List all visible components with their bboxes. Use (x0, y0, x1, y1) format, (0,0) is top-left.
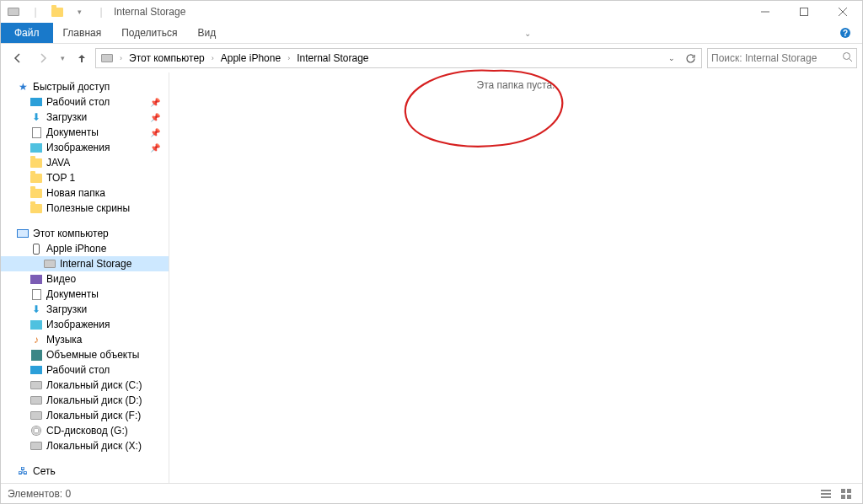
close-button[interactable] (823, 1, 862, 23)
disc-icon (29, 424, 43, 437)
nav-forward-button[interactable] (31, 47, 55, 69)
tree-label: Сеть (33, 465, 56, 477)
chevron-right-icon[interactable]: › (118, 54, 124, 62)
tree-label: CD-дисковод (G:) (46, 425, 128, 437)
maximize-button[interactable] (785, 1, 823, 23)
drive-icon (29, 378, 43, 392)
ribbon: Файл Главная Поделиться Вид ⌄ ? (1, 23, 862, 44)
empty-folder-message: Эта папка пуста. (169, 72, 862, 91)
breadcrumb-root-icon[interactable] (98, 54, 116, 62)
address-dropdown-icon[interactable]: ⌄ (662, 49, 681, 67)
tree-label: Новая папка (46, 187, 105, 199)
tree-item-downloads[interactable]: ⬇Загрузки📌 (1, 110, 169, 125)
tree-item-downloads[interactable]: ⬇Загрузки (1, 302, 169, 317)
tree-item-folder[interactable]: TOP 1 (1, 170, 169, 185)
tree-item-folder[interactable]: JAVA (1, 155, 169, 170)
minimize-button[interactable] (746, 1, 785, 23)
drive-icon (29, 409, 43, 422)
tree-label: Этот компьютер (33, 228, 109, 239)
view-details-button[interactable] (817, 485, 835, 502)
chevron-right-icon[interactable]: › (286, 54, 292, 62)
tree-this-pc[interactable]: Этот компьютер (1, 226, 169, 241)
tree-item-pictures[interactable]: Изображения (1, 317, 169, 332)
ribbon-tab-file[interactable]: Файл (1, 23, 53, 43)
tree-item-internal-storage[interactable]: Internal Storage (1, 256, 169, 271)
tree-label: Internal Storage (60, 258, 131, 270)
tree-label: Загрузки (46, 303, 87, 315)
tree-item-iphone[interactable]: Apple iPhone (1, 241, 169, 256)
search-box[interactable] (707, 48, 857, 68)
tree-item-folder[interactable]: Новая папка (1, 185, 169, 201)
ribbon-tab-share[interactable]: Поделиться (111, 23, 187, 43)
tree-label: Изображения (46, 319, 110, 330)
tree-label: Изображения (46, 142, 110, 153)
tree-item-3dobjects[interactable]: Объемные объекты (1, 347, 169, 362)
search-input[interactable] (711, 52, 842, 64)
tree-item-music[interactable]: ♪Музыка (1, 332, 169, 347)
tree-label: Локальный диск (D:) (46, 394, 142, 406)
tree-item-drive-c[interactable]: Локальный диск (C:) (1, 378, 169, 393)
tree-label: Документы (46, 288, 99, 300)
pictures-icon (29, 141, 43, 154)
ribbon-tab-home[interactable]: Главная (53, 23, 112, 43)
qat-dropdown[interactable]: ▾ (70, 3, 88, 21)
tree-label: Быстрый доступ (33, 81, 110, 93)
folder-icon (29, 156, 43, 169)
refresh-icon[interactable] (681, 49, 700, 67)
tree-item-videos[interactable]: Видео (1, 271, 169, 287)
tree-label: Apple iPhone (46, 243, 106, 255)
qat-divider: | (92, 3, 110, 21)
downloads-icon: ⬇ (29, 110, 43, 124)
pin-icon: 📌 (150, 128, 160, 137)
tree-label: Полезные скрины (46, 202, 130, 214)
svg-rect-8 (821, 490, 831, 491)
nav-back-button[interactable] (6, 47, 29, 69)
3d-icon (29, 348, 43, 362)
breadcrumb-this-pc[interactable]: Этот компьютер (126, 52, 208, 64)
svg-rect-14 (847, 495, 851, 499)
tree-item-pictures[interactable]: Изображения📌 (1, 140, 169, 155)
view-icons-button[interactable] (837, 485, 855, 502)
content-pane[interactable]: Эта папка пуста. (169, 72, 862, 483)
tree-item-drive-f[interactable]: Локальный диск (F:) (1, 408, 169, 423)
drive-icon (29, 394, 43, 407)
ribbon-expand-icon[interactable]: ⌄ (518, 23, 537, 43)
star-icon: ★ (16, 80, 29, 94)
tree-label: Локальный диск (X:) (46, 440, 142, 452)
nav-recent-dropdown[interactable]: ▾ (56, 47, 68, 69)
network-icon: 🖧 (16, 464, 29, 478)
music-icon: ♪ (29, 333, 43, 346)
tree-item-cd-g[interactable]: CD-дисковод (G:) (1, 423, 169, 438)
tree-item-desktop[interactable]: Рабочий стол (1, 362, 169, 378)
ribbon-tab-view[interactable]: Вид (187, 23, 226, 43)
downloads-icon: ⬇ (29, 303, 43, 316)
chevron-right-icon[interactable]: › (210, 54, 216, 62)
svg-text:?: ? (843, 29, 848, 38)
tree-item-documents[interactable]: Документы (1, 287, 169, 302)
tree-network[interactable]: 🖧Сеть (1, 464, 169, 479)
breadcrumb-storage[interactable]: Internal Storage (293, 52, 372, 64)
help-icon[interactable]: ? (828, 23, 862, 43)
breadcrumb-device[interactable]: Apple iPhone (217, 52, 284, 64)
drive-icon (29, 439, 43, 453)
tree-item-folder[interactable]: Полезные скрины (1, 201, 169, 216)
pc-icon (16, 227, 29, 240)
tree-item-desktop[interactable]: Рабочий стол📌 (1, 94, 169, 110)
tree-label: TOP 1 (46, 172, 75, 184)
nav-up-button[interactable] (70, 47, 94, 69)
tree-quick-access[interactable]: ★ Быстрый доступ (1, 79, 169, 94)
tree-item-drive-x[interactable]: Локальный диск (X:) (1, 438, 169, 453)
svg-rect-9 (821, 493, 831, 495)
search-icon[interactable] (842, 51, 853, 65)
navbar: ▾ › Этот компьютер › Apple iPhone › Inte… (1, 44, 862, 72)
tree-item-documents[interactable]: Документы📌 (1, 125, 169, 140)
tree-item-drive-d[interactable]: Локальный диск (D:) (1, 393, 169, 408)
address-bar[interactable]: › Этот компьютер › Apple iPhone › Intern… (95, 48, 702, 68)
desktop-icon (29, 95, 43, 109)
video-icon (29, 272, 43, 286)
tree-label: Документы (46, 126, 99, 138)
app-icon (4, 3, 23, 21)
svg-line-7 (850, 59, 853, 62)
nav-tree: ★ Быстрый доступ Рабочий стол📌 ⬇Загрузки… (1, 72, 169, 483)
folder-icon (29, 201, 43, 215)
